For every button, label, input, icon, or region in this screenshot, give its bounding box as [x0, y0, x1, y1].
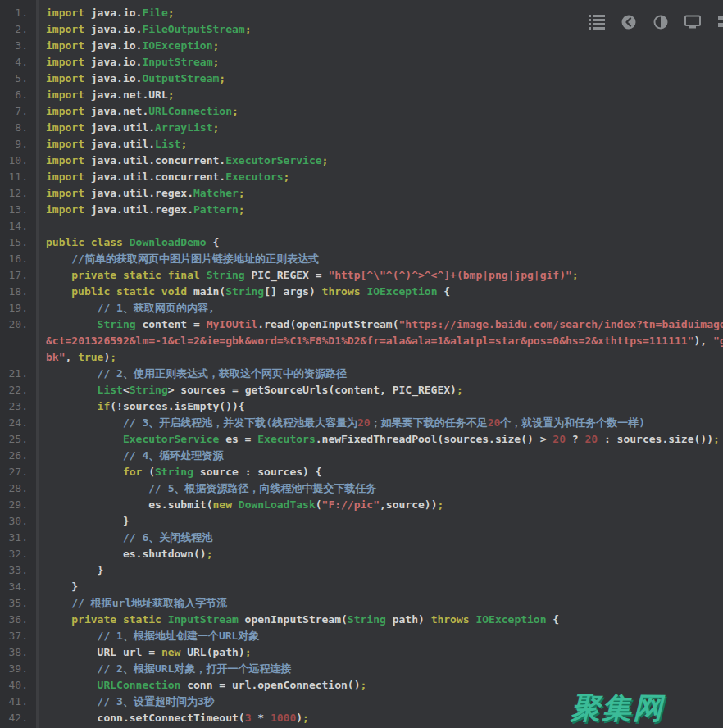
- token-k: ;: [322, 154, 329, 166]
- token-p: es.submit(: [148, 498, 212, 511]
- code-text: import java.io.IOException;: [46, 38, 219, 54]
- code-text: es.shutdown();: [46, 546, 212, 562]
- token-k: import: [46, 105, 84, 117]
- token-p: PIC_REGEX =: [245, 269, 329, 281]
- token-p: ): [296, 712, 302, 724]
- code-line: 24.// 3、开启线程池，并发下载(线程池最大容量为20；如果要下载的任务不足…: [0, 415, 723, 431]
- token-p: es =: [219, 433, 257, 445]
- line-number: 23.: [0, 398, 36, 415]
- token-p: (: [316, 498, 322, 511]
- token-k: import: [46, 7, 84, 19]
- token-k: ;: [245, 646, 252, 658]
- token-k: import: [46, 39, 84, 52]
- token-p: {: [437, 285, 450, 298]
- token-k: private static final: [71, 269, 200, 281]
- back-circle-icon[interactable]: [621, 15, 637, 30]
- code-text: for (String source : sources) {: [46, 464, 322, 480]
- line-number: 39.: [0, 661, 36, 677]
- token-p: java.net.URL: [84, 89, 168, 101]
- code-text: import java.net.URLConnection;: [46, 103, 239, 120]
- token-p: > sources = getSourceUrls(content, PIC_R…: [168, 384, 457, 396]
- line-number: 36.: [0, 612, 36, 628]
- code-line: 34.}: [0, 579, 723, 595]
- code-text: // 3、开启线程池，并发下载(线程池最大容量为20；如果要下载的任务不足20个…: [46, 415, 645, 431]
- code-line: 11.import java.util.concurrent.Executors…: [0, 169, 723, 185]
- line-number: 14.: [0, 218, 36, 234]
- token-k: ;: [302, 712, 309, 724]
- code-line: 22.List<String> sources = getSourceUrls(…: [0, 382, 723, 398]
- line-number: 40.: [0, 677, 36, 694]
- code-line: 23.if(!sources.isEmpty()){: [0, 398, 723, 415]
- token-p: content =: [136, 318, 207, 330]
- code-line: 36.private static InputStream openInputS…: [0, 612, 723, 628]
- code-text: // 5、根据资源路径，向线程池中提交下载任务: [46, 480, 377, 497]
- code-editor[interactable]: 1.import java.io.File;2.import java.io.F…: [0, 0, 723, 728]
- token-k: ;: [361, 679, 367, 691]
- line-number: 3.: [0, 38, 36, 54]
- line-number: 1.: [0, 5, 36, 21]
- token-p: .newFixedThreadPool(sources.size() >: [316, 433, 553, 445]
- line-number: 22.: [0, 382, 36, 398]
- code-text: ExecutorService es = Executors.newFixedT…: [46, 431, 720, 448]
- code-line: 37.// 1、根据地址创建一个URL对象: [0, 628, 723, 644]
- token-p: java.util.: [84, 121, 155, 134]
- line-number: 35.: [0, 595, 36, 612]
- token-t: List: [155, 138, 180, 150]
- code-line: 32.es.shutdown();: [0, 546, 723, 562]
- code-line: 17.private static final String PIC_REGEX…: [0, 267, 723, 284]
- code-text: // 3、设置超时间为3秒: [46, 694, 215, 710]
- code-line: 18.public static void main(String[] args…: [0, 284, 723, 300]
- code-text: private static final String PIC_REGEX = …: [46, 267, 579, 284]
- token-k: import: [46, 23, 84, 35]
- token-k: import: [46, 121, 84, 134]
- code-text: // 1、获取网页的内容,: [46, 300, 215, 316]
- token-t: String: [207, 269, 245, 281]
- token-t: IOException: [475, 613, 546, 626]
- code-line: 4.import java.io.InputStream;: [0, 54, 723, 71]
- token-k: import: [46, 187, 84, 199]
- line-number: 28.: [0, 480, 36, 497]
- code-text: import java.util.regex.Matcher;: [46, 185, 245, 202]
- token-p: es.shutdown(): [123, 548, 207, 560]
- code-text: bk", true);: [46, 349, 116, 366]
- token-k: ;: [239, 203, 245, 216]
- line-number: 4.: [0, 54, 36, 71]
- token-p: }: [98, 564, 104, 576]
- code-line: 33.}: [0, 562, 723, 579]
- code-text: URLConnection conn = url.openConnection(…: [46, 677, 366, 694]
- code-text: import java.util.concurrent.ExecutorServ…: [46, 152, 328, 169]
- token-k: ;: [207, 548, 213, 560]
- token-k: ;: [213, 121, 220, 134]
- token-s: "http[^\"^(^)^>^<^]+(bmp|png|jpg|gif)": [328, 269, 571, 281]
- token-p: java.net.: [84, 105, 148, 117]
- line-number: 18.: [0, 284, 36, 300]
- token-n: 20: [552, 433, 566, 445]
- token-p: conn.setConnectTimeout(: [98, 712, 245, 724]
- token-t: URLConnection: [98, 679, 181, 691]
- token-s: "g: [713, 334, 723, 347]
- monitor-icon[interactable]: [684, 15, 701, 30]
- code-line: 31.// 6、关闭线程池: [0, 530, 723, 546]
- code-line: 16.//简单的获取网页中图片图片链接地址的正则表达式: [0, 251, 723, 267]
- more-icon-partial[interactable]: [716, 15, 723, 30]
- token-p: ?: [566, 433, 584, 445]
- token-p: conn = url.openConnection(): [180, 679, 360, 691]
- line-number: 10.: [0, 152, 36, 169]
- code-text: import java.net.URL;: [46, 87, 175, 103]
- token-t: FileOutputStream: [142, 23, 244, 35]
- token-c: 个，就设置为和任务个数一样): [500, 416, 645, 429]
- token-t: String: [155, 466, 193, 478]
- line-number: 9.: [0, 136, 36, 152]
- token-k: ;: [457, 384, 463, 396]
- token-s: "https://image.baidu.com/search/index?tn…: [398, 318, 723, 330]
- contrast-icon[interactable]: [653, 15, 669, 30]
- token-c: // 4、循环处理资源: [123, 449, 223, 462]
- token-t: String: [130, 384, 168, 396]
- token-n: 20: [488, 416, 501, 429]
- token-k: import: [46, 203, 84, 216]
- code-line: 26.// 4、循环处理资源: [0, 448, 723, 464]
- token-k: import: [46, 138, 84, 150]
- bullet-list-icon[interactable]: [589, 15, 605, 30]
- token-k: true: [78, 351, 103, 363]
- code-line: 14.: [0, 218, 723, 234]
